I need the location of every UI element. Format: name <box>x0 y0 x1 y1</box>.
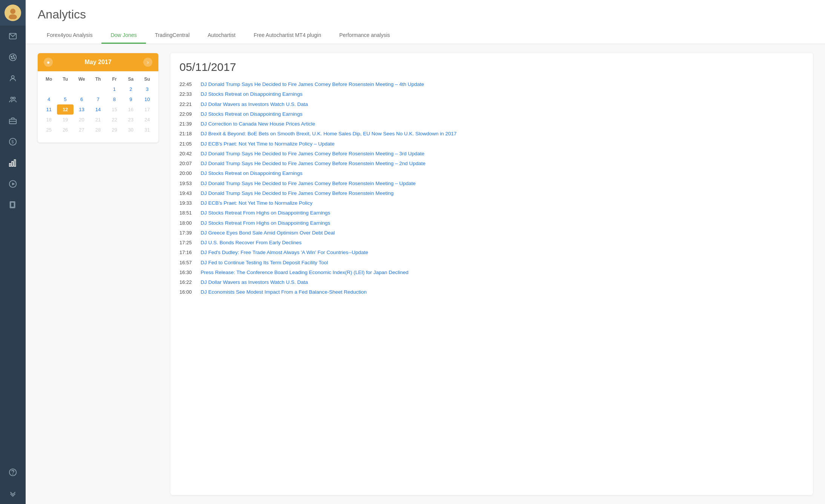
svg-point-4 <box>11 56 12 57</box>
calendar-day-27: 27 <box>74 125 90 135</box>
calendar-day-3[interactable]: 3 <box>139 84 155 94</box>
calendar-day-7[interactable]: 7 <box>90 94 106 104</box>
news-link[interactable]: DJ ECB's Praet: Not Yet Time to Normaliz… <box>201 140 334 148</box>
calendar-week-5 <box>41 135 155 139</box>
news-time: 22:09 <box>179 110 195 118</box>
news-link[interactable]: DJ Dollar Wavers as Investors Watch U.S.… <box>201 101 308 108</box>
calendar-next-button[interactable]: › <box>143 58 152 67</box>
news-link[interactable]: DJ Greece Eyes Bond Sale Amid Optimism O… <box>201 229 335 237</box>
calendar-day-6[interactable]: 6 <box>74 94 90 104</box>
calendar-day-4[interactable]: 4 <box>41 94 57 104</box>
sidebar: $ <box>0 0 26 504</box>
calendar-dow-we: We <box>74 74 90 84</box>
tab-free-autochartist[interactable]: Free Autochartist MT4 plugin <box>245 28 330 44</box>
calendar-day-14[interactable]: 14 <box>90 104 106 115</box>
news-link[interactable]: DJ Dollar Wavers as Investors Watch U.S.… <box>201 279 308 286</box>
news-link[interactable]: DJ Stocks Retreat From Highs on Disappoi… <box>201 209 330 217</box>
group-icon[interactable] <box>0 89 26 110</box>
news-time: 16:30 <box>179 269 195 276</box>
calendar-day-25: 25 <box>41 125 57 135</box>
calendar-week-2: 11121314151617 <box>41 104 155 115</box>
svg-point-6 <box>14 57 15 58</box>
svg-point-5 <box>13 55 14 57</box>
news-item: 20:07DJ Donald Trump Says He Decided to … <box>179 159 804 169</box>
calendar-day-19: 19 <box>57 115 73 125</box>
video-icon[interactable] <box>0 173 26 195</box>
tab-tradingcentral[interactable]: TradingCentral <box>146 28 199 44</box>
svg-rect-21 <box>11 202 14 207</box>
calendar-day-1[interactable]: 1 <box>106 84 123 94</box>
news-link[interactable]: DJ Donald Trump Says He Decided to Fire … <box>201 81 424 88</box>
deposit-icon[interactable]: $ <box>0 131 26 152</box>
content-area: ● May 2017 › MoTuWeThFrSaSu 123456789101… <box>26 44 825 504</box>
calendar-day-13[interactable]: 13 <box>74 104 90 115</box>
news-link[interactable]: DJ Brexit & Beyond: BoE Bets on Smooth B… <box>201 130 457 138</box>
expand-icon[interactable] <box>0 483 26 504</box>
tab-dowjones[interactable]: Dow Jones <box>101 28 146 44</box>
news-link[interactable]: DJ Donald Trump Says He Decided to Fire … <box>201 160 426 167</box>
news-time: 19:43 <box>179 190 195 197</box>
news-link[interactable]: DJ Donald Trump Says He Decided to Fire … <box>201 180 416 187</box>
news-link[interactable]: DJ Stocks Retreat on Disappointing Earni… <box>201 110 302 118</box>
single-user-icon[interactable] <box>0 68 26 89</box>
calendar-day-15: 15 <box>106 104 123 115</box>
tab-performance[interactable]: Performance analysis <box>330 28 399 44</box>
pages-icon[interactable] <box>0 195 26 216</box>
news-link[interactable]: DJ Fed to Continue Testing Its Term Depo… <box>201 259 328 267</box>
calendar-day-8[interactable]: 8 <box>106 94 123 104</box>
avatar <box>5 5 21 21</box>
briefcase-icon[interactable] <box>0 110 26 131</box>
news-link[interactable]: DJ U.S. Bonds Recover From Early Decline… <box>201 239 302 247</box>
mail-icon[interactable] <box>0 26 26 47</box>
news-time: 18:51 <box>179 209 195 217</box>
calendar-day-12[interactable]: 12 <box>57 104 73 115</box>
news-item: 19:53DJ Donald Trump Says He Decided to … <box>179 179 804 188</box>
help-icon[interactable] <box>0 462 26 483</box>
news-link[interactable]: DJ Fed's Dudley: Free Trade Almost Alway… <box>201 249 368 256</box>
palette-icon[interactable] <box>0 47 26 68</box>
calendar-dow-tu: Tu <box>57 74 73 84</box>
news-time: 19:53 <box>179 180 195 187</box>
tab-forex4you[interactable]: Forex4you Analysis <box>38 28 101 44</box>
news-link[interactable]: DJ ECB's Praet: Not Yet Time to Normaliz… <box>201 199 313 207</box>
news-link[interactable]: Press Release: The Conference Board Lead… <box>201 269 408 276</box>
news-link[interactable]: DJ Stocks Retreat on Disappointing Earni… <box>201 170 302 177</box>
calendar-week-4: 25262728293031 <box>41 125 155 135</box>
news-time: 16:00 <box>179 288 195 296</box>
news-time: 19:33 <box>179 199 195 207</box>
news-time: 17:39 <box>179 229 195 237</box>
news-link[interactable]: DJ Donald Trump Says He Decided to Fire … <box>201 190 394 197</box>
calendar-day-5[interactable]: 5 <box>57 94 73 104</box>
user-avatar-container[interactable] <box>0 0 26 26</box>
tab-autochartist[interactable]: Autochartist <box>199 28 245 44</box>
svg-point-8 <box>11 76 14 78</box>
news-item: 19:43DJ Donald Trump Says He Decided to … <box>179 188 804 198</box>
calendar-day-23: 23 <box>123 115 139 125</box>
news-item: 16:22DJ Dollar Wavers as Investors Watch… <box>179 277 804 287</box>
svg-rect-16 <box>12 161 13 166</box>
svg-text:$: $ <box>11 139 14 144</box>
calendar-prev-button[interactable]: ● <box>44 58 53 67</box>
calendar-days-of-week: MoTuWeThFrSaSu <box>41 74 155 84</box>
analytics-icon[interactable] <box>0 152 26 173</box>
news-link[interactable]: DJ Stocks Retreat From Highs on Disappoi… <box>201 219 330 227</box>
calendar-dow-sa: Sa <box>123 74 139 84</box>
calendar-day-2[interactable]: 2 <box>123 84 139 94</box>
calendar: ● May 2017 › MoTuWeThFrSaSu 123456789101… <box>38 53 158 142</box>
news-link[interactable]: DJ Correction to Canada New House Prices… <box>201 120 315 128</box>
news-link[interactable]: DJ Donald Trump Says He Decided to Fire … <box>201 150 425 158</box>
news-link[interactable]: DJ Economists See Modest Impact From a F… <box>201 288 366 296</box>
news-link[interactable]: DJ Stocks Retreat on Disappointing Earni… <box>201 90 302 98</box>
calendar-day-11[interactable]: 11 <box>41 104 57 115</box>
calendar-week-0: 123 <box>41 84 155 94</box>
news-item: 16:57DJ Fed to Continue Testing Its Term… <box>179 258 804 268</box>
news-item: 22:45DJ Donald Trump Says He Decided to … <box>179 80 804 89</box>
calendar-day-10[interactable]: 10 <box>139 94 155 104</box>
calendar-day-21: 21 <box>90 115 106 125</box>
calendar-container: ● May 2017 › MoTuWeThFrSaSu 123456789101… <box>38 53 158 495</box>
news-item: 20:00DJ Stocks Retreat on Disappointing … <box>179 169 804 178</box>
news-item: 21:18DJ Brexit & Beyond: BoE Bets on Smo… <box>179 129 804 139</box>
tabs: Forex4you AnalysisDow JonesTradingCentra… <box>38 28 813 44</box>
calendar-day-9[interactable]: 9 <box>123 94 139 104</box>
news-time: 20:00 <box>179 170 195 177</box>
